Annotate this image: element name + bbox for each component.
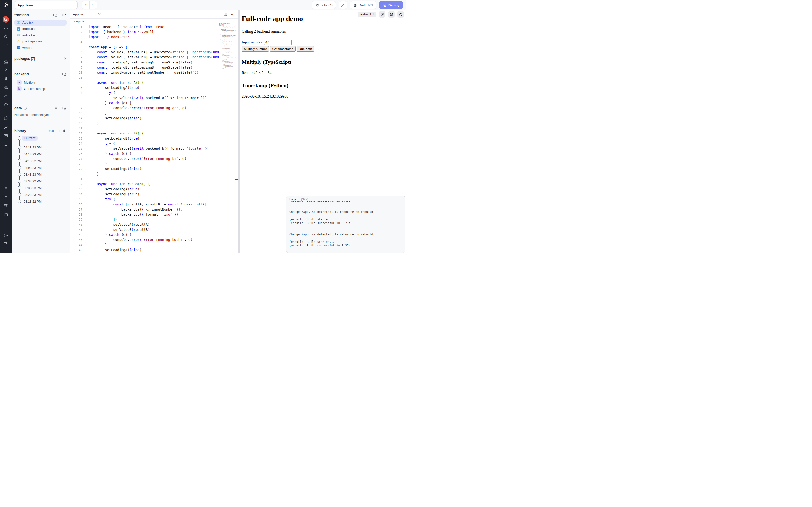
list-icon[interactable] bbox=[3, 220, 9, 226]
play-icon[interactable] bbox=[3, 67, 9, 73]
prism-icon[interactable] bbox=[3, 93, 9, 99]
code-line[interactable]: 32 async function runBoth() { bbox=[69, 181, 219, 187]
undo-button[interactable]: ↶ bbox=[82, 1, 89, 9]
build-tool-badge[interactable]: esbuild bbox=[358, 12, 376, 17]
star-icon[interactable] bbox=[3, 25, 9, 32]
code-line[interactable]: 39 ]) bbox=[69, 217, 219, 222]
packages-row[interactable]: packages (7) bbox=[14, 56, 67, 62]
code-line[interactable]: 2import { backend } from './wmill' bbox=[69, 30, 219, 35]
app-button-multiply-number[interactable]: Multiply number bbox=[242, 46, 269, 52]
code-line[interactable]: 37 backend.a({ x: inputNumber }), bbox=[69, 207, 219, 212]
code-line[interactable]: 5const App = () => { bbox=[69, 45, 219, 50]
code-line[interactable]: 36 const [resultA, resultB] = await Prom… bbox=[69, 202, 219, 207]
code-line[interactable]: 16 } catch (e) { bbox=[69, 101, 219, 106]
history-entry[interactable]: 04:18:23 PM bbox=[12, 151, 69, 157]
resize-handle[interactable] bbox=[235, 179, 238, 180]
code-line[interactable]: 40 setValueA(resultA) bbox=[69, 222, 219, 227]
code-line[interactable]: 19 setLoadingA(false) bbox=[69, 116, 219, 121]
add-snapshot-button[interactable] bbox=[58, 129, 61, 132]
code-line[interactable]: 14 try { bbox=[69, 90, 219, 95]
app-button-run-both[interactable]: Run both bbox=[297, 46, 314, 52]
add-folder-button[interactable] bbox=[61, 13, 67, 17]
draft-button[interactable]: Draft ⌘S bbox=[350, 1, 376, 9]
deploy-button[interactable]: Deploy bbox=[379, 1, 403, 9]
code-line[interactable]: 3import './index.css' bbox=[69, 35, 219, 40]
history-entry[interactable]: 04:08:23 PM bbox=[12, 164, 69, 171]
kebab-menu-icon[interactable]: ⋮ bbox=[303, 3, 309, 7]
workspace-badge[interactable] bbox=[3, 16, 9, 22]
code-line[interactable]: 34 setLoadingB(true) bbox=[69, 192, 219, 197]
code-line[interactable]: 23 setLoadingB(true) bbox=[69, 136, 219, 141]
code-line[interactable]: 22 async function runB() { bbox=[69, 131, 219, 136]
app-name-input[interactable] bbox=[15, 1, 78, 9]
history-entry[interactable]: 03:28:23 PM bbox=[12, 191, 69, 198]
file-row-wmill-ts[interactable]: TSwmill.ts bbox=[14, 45, 67, 51]
code-line[interactable]: 31 bbox=[69, 176, 219, 181]
code-line[interactable]: 30 } bbox=[69, 171, 219, 176]
panel-divider[interactable] bbox=[238, 10, 240, 253]
route-icon[interactable] bbox=[3, 125, 9, 131]
calendar-icon[interactable] bbox=[3, 115, 9, 121]
runnable-b[interactable]: bGet timestamp bbox=[14, 86, 67, 92]
inspect-icon[interactable] bbox=[379, 11, 386, 18]
input-number-field[interactable] bbox=[264, 40, 292, 45]
code-line[interactable]: 9 const [loadingB, setLoadingB] = useSta… bbox=[69, 65, 219, 70]
mail-icon[interactable] bbox=[3, 132, 9, 139]
code-line[interactable]: 8 const [loadingA, setLoadingA] = useSta… bbox=[69, 60, 219, 65]
code-line[interactable]: 29 setLoadingB(false) bbox=[69, 166, 219, 171]
history-entry[interactable]: 03:38:22 PM bbox=[12, 178, 69, 184]
graduation-cap-icon[interactable] bbox=[3, 102, 9, 108]
code-line[interactable]: 27 console.error('Error running b:', e) bbox=[69, 156, 219, 161]
more-options-icon[interactable]: ⋯ bbox=[231, 12, 235, 17]
file-row-package-json[interactable]: {}package.json bbox=[14, 38, 67, 44]
open-external-icon[interactable] bbox=[388, 11, 395, 18]
breadcrumb[interactable]: › App.tsx bbox=[69, 18, 238, 24]
data-settings-button[interactable] bbox=[54, 107, 58, 110]
code-line[interactable]: 12 async function runA() { bbox=[69, 80, 219, 85]
close-icon[interactable]: ✕ bbox=[98, 12, 101, 16]
user-icon[interactable] bbox=[3, 185, 9, 191]
code-line[interactable]: 10 const [inputNumber, setInputNumber] =… bbox=[69, 70, 219, 75]
minimap[interactable]: import React, { useState } from 'react' … bbox=[219, 23, 236, 73]
folder-icon[interactable] bbox=[3, 211, 9, 218]
file-row-index-tsx[interactable]: index.tsx bbox=[14, 32, 67, 38]
code-line[interactable]: 33 setLoadingA(true) bbox=[69, 187, 219, 192]
logs-header[interactable]: Logs ⌄ (327) bbox=[289, 198, 308, 201]
code-line[interactable]: 35 try { bbox=[69, 197, 219, 202]
cubes-icon[interactable] bbox=[3, 84, 9, 91]
app-button-get-timestamp[interactable]: Get timestamp bbox=[270, 46, 296, 52]
runnable-a[interactable]: aMultiply bbox=[14, 79, 67, 86]
code-line[interactable]: 28 } bbox=[69, 161, 219, 166]
code-line[interactable]: 41 setValueB(resultB) bbox=[69, 227, 219, 232]
history-entry[interactable]: 03:43:23 PM bbox=[12, 171, 69, 178]
camera-icon[interactable] bbox=[63, 129, 67, 133]
home-icon[interactable] bbox=[3, 59, 9, 65]
worker-gear-icon[interactable] bbox=[3, 202, 9, 209]
code-line[interactable]: 46 setLoadingB(false) bbox=[69, 252, 219, 253]
tab-app-tsx[interactable]: App.tsx ✕ bbox=[69, 10, 103, 18]
add-database-button[interactable] bbox=[61, 107, 67, 110]
windmill-logo[interactable] bbox=[3, 2, 9, 8]
gear-icon[interactable] bbox=[3, 193, 9, 200]
code-line[interactable]: 4 bbox=[69, 40, 219, 45]
add-runnable-button[interactable] bbox=[61, 72, 67, 76]
logs-body[interactable]: [esbuild] Build successful in 0.45s Chan… bbox=[289, 201, 403, 251]
code-line[interactable]: 45 setLoadingA(false) bbox=[69, 247, 219, 252]
code-line[interactable]: 17 console.error('Error running a:', e) bbox=[69, 106, 219, 111]
code-line[interactable]: 42 } catch (e) { bbox=[69, 232, 219, 237]
code-line[interactable]: 43 console.error('Error running both:', … bbox=[69, 237, 219, 242]
magic-wand-icon[interactable] bbox=[3, 42, 9, 49]
ai-wand-button[interactable] bbox=[339, 1, 347, 9]
history-current-row[interactable]: Current bbox=[12, 135, 69, 142]
code-line[interactable]: 38 backend.b({ format: 'iso' }) bbox=[69, 212, 219, 217]
add-file-button[interactable] bbox=[52, 13, 58, 17]
code-line[interactable]: 15 setValueA(await backend.a({ x: inputN… bbox=[69, 95, 219, 101]
history-entry[interactable]: 03:23:22 PM bbox=[12, 198, 69, 205]
code-line[interactable]: 18 } bbox=[69, 111, 219, 116]
jobs-button[interactable]: Jobs (4) bbox=[312, 1, 336, 9]
split-panel-icon[interactable] bbox=[223, 12, 227, 16]
code-line[interactable]: 20 } bbox=[69, 121, 219, 126]
code-line[interactable]: 6 const [valueA, setValueA] = useState<s… bbox=[69, 50, 219, 55]
history-entry[interactable]: 04:23:23 PM bbox=[12, 144, 69, 151]
code-line[interactable]: 13 setLoadingA(true) bbox=[69, 85, 219, 90]
